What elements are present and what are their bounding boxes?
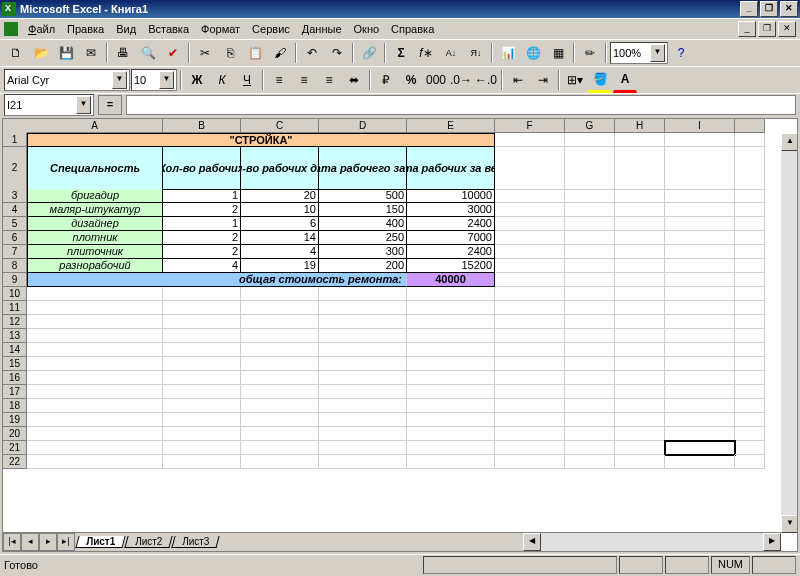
minimize-button[interactable]: _ (740, 1, 758, 17)
cut-icon[interactable]: ✂ (193, 41, 217, 65)
status-text: Готово (4, 559, 38, 571)
menu-edit[interactable]: Правка (61, 21, 110, 37)
scroll-right-icon[interactable]: ▶ (763, 533, 781, 551)
menu-help[interactable]: Справка (385, 21, 440, 37)
sort-asc-icon[interactable]: А↓ (439, 41, 463, 65)
zoom-combo[interactable]: 100%▼ (610, 42, 668, 64)
sheet-tab-1[interactable]: Лист1 (75, 536, 125, 548)
drawing-icon[interactable]: ✏ (578, 41, 602, 65)
format-toolbar: Arial Cyr▼ 10▼ Ж К Ч ≡ ≡ ≡ ⬌ ₽ % 000 .0→… (0, 66, 800, 93)
map-icon[interactable]: 🌐 (521, 41, 545, 65)
chart-icon[interactable]: 📊 (496, 41, 520, 65)
formula-equals[interactable]: = (98, 95, 122, 115)
currency-icon[interactable]: ₽ (374, 68, 398, 92)
title-bar: Microsoft Excel - Книга1 _ ❐ ✕ (0, 0, 800, 18)
inc-decimal-icon[interactable]: .0→ (449, 68, 473, 92)
status-caps (665, 556, 709, 574)
sheet-tabs: |◂ ◂ ▸ ▸| Лист1 Лист2 Лист3 (3, 532, 523, 551)
horizontal-scrollbar[interactable]: ◀ ▶ (523, 532, 781, 551)
status-panel (423, 556, 617, 574)
menu-format[interactable]: Формат (195, 21, 246, 37)
percent-icon[interactable]: % (399, 68, 423, 92)
copy-icon[interactable]: ⎘ (218, 41, 242, 65)
close-button[interactable]: ✕ (780, 1, 798, 17)
font-combo[interactable]: Arial Cyr▼ (4, 69, 130, 91)
status-bar: Готово NUM (0, 554, 800, 575)
print-icon[interactable]: 🖶 (111, 41, 135, 65)
align-center-icon[interactable]: ≡ (292, 68, 316, 92)
menu-window[interactable]: Окно (348, 21, 386, 37)
tab-last-icon[interactable]: ▸| (57, 533, 75, 551)
redo-icon[interactable]: ↷ (325, 41, 349, 65)
name-box[interactable]: I21▼ (4, 94, 94, 116)
undo-icon[interactable]: ↶ (300, 41, 324, 65)
tab-prev-icon[interactable]: ◂ (21, 533, 39, 551)
fill-color-icon[interactable]: 🪣 (588, 67, 612, 93)
status-ext (619, 556, 663, 574)
formula-bar: I21▼ = (0, 93, 800, 116)
inc-indent-icon[interactable]: ⇥ (531, 68, 555, 92)
pivot-icon[interactable]: ▦ (546, 41, 570, 65)
scroll-left-icon[interactable]: ◀ (523, 533, 541, 551)
standard-toolbar: 🗋 📂 💾 ✉ 🖶 🔍 ✔ ✂ ⎘ 📋 🖌 ↶ ↷ 🔗 Σ f∗ А↓ Я↓ 📊… (0, 39, 800, 66)
doc-close-button[interactable]: ✕ (778, 21, 796, 37)
sort-desc-icon[interactable]: Я↓ (464, 41, 488, 65)
save-icon[interactable]: 💾 (54, 41, 78, 65)
menu-file[interactable]: Файл (22, 21, 61, 37)
dec-decimal-icon[interactable]: ←.0 (474, 68, 498, 92)
link-icon[interactable]: 🔗 (357, 41, 381, 65)
italic-icon[interactable]: К (210, 68, 234, 92)
preview-icon[interactable]: 🔍 (136, 41, 160, 65)
size-combo[interactable]: 10▼ (131, 69, 177, 91)
menu-data[interactable]: Данные (296, 21, 348, 37)
merge-icon[interactable]: ⬌ (342, 68, 366, 92)
sheet-tab-2[interactable]: Лист2 (125, 536, 174, 548)
doc-minimize-button[interactable]: _ (738, 21, 756, 37)
autosum-icon[interactable]: Σ (389, 41, 413, 65)
app-menu-icon[interactable] (4, 22, 18, 36)
align-left-icon[interactable]: ≡ (267, 68, 291, 92)
borders-icon[interactable]: ⊞▾ (563, 68, 587, 92)
sheet-tab-3[interactable]: Лист3 (172, 536, 221, 548)
underline-icon[interactable]: Ч (235, 68, 259, 92)
open-icon[interactable]: 📂 (29, 41, 53, 65)
scroll-down-icon[interactable]: ▼ (781, 515, 798, 533)
maximize-button[interactable]: ❐ (760, 1, 778, 17)
new-icon[interactable]: 🗋 (4, 41, 28, 65)
scroll-up-icon[interactable]: ▲ (781, 133, 798, 151)
menu-insert[interactable]: Вставка (142, 21, 195, 37)
doc-restore-button[interactable]: ❐ (758, 21, 776, 37)
menu-bar: Файл Правка Вид Вставка Формат Сервис Да… (0, 18, 800, 39)
menu-view[interactable]: Вид (110, 21, 142, 37)
menu-service[interactable]: Сервис (246, 21, 296, 37)
dec-indent-icon[interactable]: ⇤ (506, 68, 530, 92)
function-icon[interactable]: f∗ (414, 41, 438, 65)
grid[interactable]: ABCDEFGHI1"СТРОЙКА"2СпециальностьКол-во … (3, 119, 797, 552)
tab-next-icon[interactable]: ▸ (39, 533, 57, 551)
status-num: NUM (711, 556, 750, 574)
tab-first-icon[interactable]: |◂ (3, 533, 21, 551)
paste-icon[interactable]: 📋 (243, 41, 267, 65)
excel-icon (2, 2, 16, 16)
vertical-scrollbar[interactable]: ▲ ▼ (781, 133, 797, 533)
align-right-icon[interactable]: ≡ (317, 68, 341, 92)
format-painter-icon[interactable]: 🖌 (268, 41, 292, 65)
comma-icon[interactable]: 000 (424, 68, 448, 92)
spell-icon[interactable]: ✔ (161, 41, 185, 65)
help-icon[interactable]: ? (669, 41, 693, 65)
bold-icon[interactable]: Ж (185, 68, 209, 92)
window-title: Microsoft Excel - Книга1 (20, 3, 148, 15)
mail-icon[interactable]: ✉ (79, 41, 103, 65)
status-scrl (752, 556, 796, 574)
worksheet-area: ABCDEFGHI1"СТРОЙКА"2СпециальностьКол-во … (2, 118, 798, 552)
font-color-icon[interactable]: A (613, 67, 637, 93)
formula-input[interactable] (126, 95, 796, 115)
